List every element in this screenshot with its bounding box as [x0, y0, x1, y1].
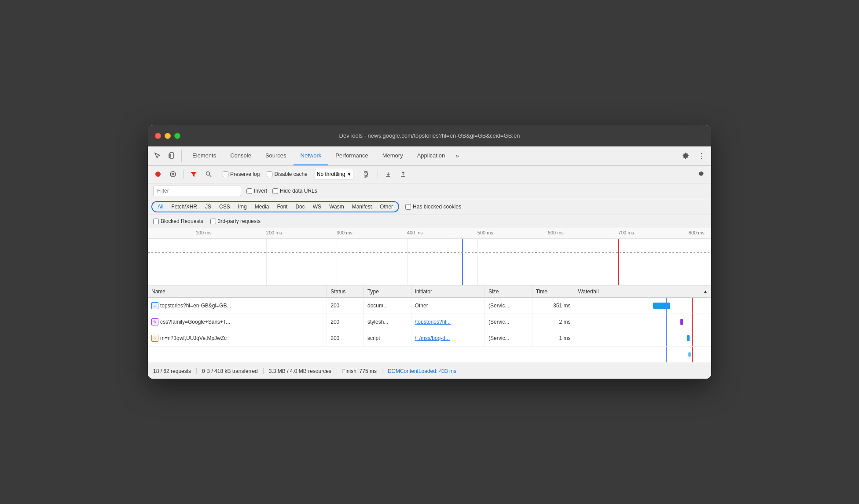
- type-filter-wasm[interactable]: Wasm: [326, 203, 348, 211]
- tab-application[interactable]: Application: [410, 146, 452, 165]
- type-filter-doc[interactable]: Doc: [292, 203, 308, 211]
- throttle-select[interactable]: No throttling ▼: [315, 169, 354, 179]
- th-status[interactable]: Status: [327, 285, 364, 298]
- type-filter-css[interactable]: CSS: [216, 203, 234, 211]
- tab-console[interactable]: Console: [223, 146, 258, 165]
- type-filter-bar: All Fetch/XHR JS CSS Img Media Font Doc …: [148, 199, 711, 215]
- table-header-row: Name Status Type Initiator Size Time Wat…: [148, 285, 711, 298]
- th-name[interactable]: Name: [148, 285, 327, 298]
- type-filter-font[interactable]: Font: [273, 203, 291, 211]
- filter-input[interactable]: [153, 186, 241, 196]
- table-row[interactable]: ○ m=n73qwf,UUJqVe,MpJwZc 200 script /_/m…: [148, 330, 711, 347]
- network-settings-button[interactable]: [694, 168, 708, 180]
- tab-sources[interactable]: Sources: [258, 146, 294, 165]
- cell-type-1: docum...: [363, 298, 411, 314]
- throttle-label: No throttling: [317, 171, 345, 177]
- css-icon: ✎: [151, 318, 158, 325]
- preserve-log-checkbox[interactable]: [223, 172, 228, 177]
- hide-data-urls-toggle[interactable]: Hide data URLs: [272, 188, 317, 194]
- third-party-toggle[interactable]: 3rd-party requests: [210, 218, 261, 224]
- finish-time: Finish: 775 ms: [337, 368, 382, 374]
- clear-button[interactable]: [166, 168, 180, 180]
- disable-cache-toggle[interactable]: Disable cache: [267, 171, 307, 177]
- nav-bar: Elements Console Sources Network Perform…: [148, 146, 711, 166]
- th-type[interactable]: Type: [363, 285, 411, 298]
- waterfall-bar-1: [653, 303, 670, 309]
- th-waterfall[interactable]: Waterfall ▲: [574, 285, 711, 298]
- record-button[interactable]: [151, 168, 165, 180]
- export-har-button[interactable]: [396, 168, 410, 180]
- more-options-icon[interactable]: ⋮: [695, 150, 708, 162]
- wf-dom-line-4: [666, 347, 667, 362]
- th-time[interactable]: Time: [532, 285, 574, 298]
- maximize-button[interactable]: [174, 133, 180, 139]
- device-toggle-button[interactable]: [165, 150, 178, 162]
- type-filter-manifest[interactable]: Manifest: [349, 203, 375, 211]
- type-filter-fetch[interactable]: Fetch/XHR: [168, 203, 201, 211]
- tab-elements[interactable]: Elements: [185, 146, 223, 165]
- search-button[interactable]: [202, 168, 215, 180]
- hide-data-urls-label: Hide data URLs: [280, 188, 317, 194]
- request-table-container: Name Status Type Initiator Size Time Wat…: [148, 285, 711, 363]
- type-filter-img[interactable]: Img: [235, 203, 250, 211]
- tick-300ms: 300 ms: [337, 230, 352, 235]
- cell-type-2: stylesh...: [363, 314, 411, 330]
- blocked-cookies-label: Has blocked cookies: [413, 204, 461, 210]
- cell-initiator-3: /_/mss/boq-d...: [411, 330, 485, 347]
- type-filter-ws[interactable]: WS: [309, 203, 325, 211]
- blocked-requests-checkbox[interactable]: [153, 219, 159, 224]
- cell-name-2: ✎ css?family=Google+Sans+T...: [148, 314, 327, 330]
- toolbar-sep-3: [357, 170, 357, 179]
- tick-700ms: 700 ms: [618, 230, 634, 235]
- filter-button[interactable]: [187, 168, 200, 180]
- tab-performance[interactable]: Performance: [328, 146, 375, 165]
- type-filter-js[interactable]: JS: [202, 203, 215, 211]
- table-row[interactable]: ≡ topstories?hl=en-GB&gl=GB... 200 docum…: [148, 298, 711, 314]
- inspect-element-button[interactable]: [151, 150, 164, 162]
- invert-toggle[interactable]: Invert: [246, 188, 267, 194]
- type-filter-other[interactable]: Other: [376, 203, 396, 211]
- more-tabs-button[interactable]: »: [452, 146, 463, 165]
- settings-icon[interactable]: [679, 150, 692, 162]
- cell-waterfall-3: [574, 330, 711, 347]
- cell-waterfall-4: [574, 347, 711, 363]
- timeline-chart: [148, 239, 711, 285]
- wf-dom-line-1: [666, 298, 667, 314]
- wf-finish-line-4: [692, 347, 693, 362]
- blocked-requests-toggle[interactable]: Blocked Requests: [153, 218, 203, 224]
- wf-dom-line-3: [666, 330, 667, 346]
- tick-400ms: 400 ms: [407, 230, 423, 235]
- tab-network[interactable]: Network: [294, 146, 329, 165]
- cell-time-3: 1 ms: [532, 330, 574, 347]
- close-button[interactable]: [155, 133, 161, 139]
- th-size[interactable]: Size: [485, 285, 532, 298]
- cell-waterfall-1: [574, 298, 711, 314]
- overview-bar: [148, 252, 711, 253]
- tick-800ms: 800 ms: [689, 230, 705, 235]
- grid-line-2: [266, 239, 267, 285]
- th-initiator[interactable]: Initiator: [411, 285, 485, 298]
- throttle-arrow: ▼: [347, 172, 351, 177]
- blocked-requests-bar: Blocked Requests 3rd-party requests: [148, 215, 711, 228]
- hide-data-urls-checkbox[interactable]: [272, 188, 278, 194]
- network-toolbar: Preserve log Disable cache No throttling…: [148, 166, 711, 183]
- invert-checkbox[interactable]: [246, 188, 252, 194]
- finish-line: [618, 239, 619, 285]
- type-filter-all[interactable]: All: [154, 203, 167, 211]
- third-party-checkbox[interactable]: [210, 219, 216, 224]
- network-conditions-button[interactable]: [361, 168, 374, 180]
- minimize-button[interactable]: [165, 133, 171, 139]
- type-filter-media[interactable]: Media: [251, 203, 273, 211]
- tab-memory[interactable]: Memory: [375, 146, 410, 165]
- svg-point-8: [367, 174, 368, 175]
- grid-line-5: [477, 239, 478, 285]
- blocked-cookies-checkbox[interactable]: [405, 204, 411, 210]
- sort-arrow: ▲: [703, 289, 708, 294]
- grid-line-8: [689, 239, 689, 285]
- table-row[interactable]: ✎ css?family=Google+Sans+T... 200 styles…: [148, 314, 711, 330]
- disable-cache-checkbox[interactable]: [267, 172, 272, 177]
- preserve-log-toggle[interactable]: Preserve log: [223, 171, 260, 177]
- blocked-requests-label: Blocked Requests: [161, 218, 203, 224]
- third-party-label: 3rd-party requests: [218, 218, 261, 224]
- import-har-button[interactable]: [382, 168, 395, 180]
